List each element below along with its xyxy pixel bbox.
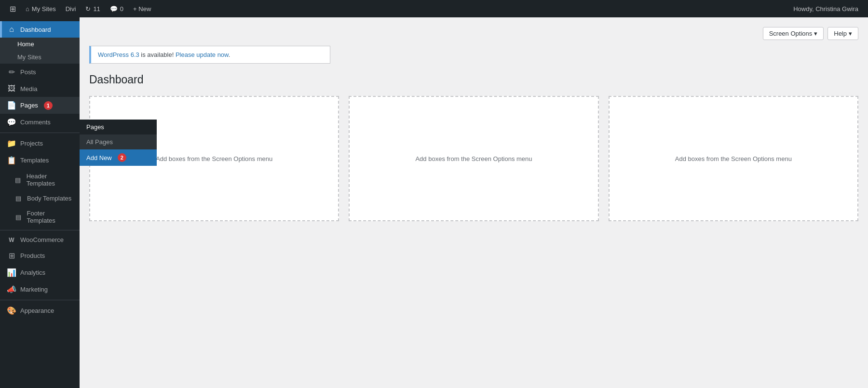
flyout-add-new[interactable]: Add New 2	[80, 149, 157, 166]
add-new-label: Add New	[86, 154, 112, 161]
sidebar-item-templates[interactable]: 📋 Templates	[0, 152, 80, 169]
my-sites-label: My Sites	[32, 5, 56, 13]
pages-label: Pages	[20, 102, 38, 109]
media-label: Media	[20, 85, 37, 93]
appearance-icon: 🎨	[7, 306, 16, 315]
sidebar: ⌂ Dashboard Home My Sites ✏ Posts 🖼 Medi…	[0, 17, 80, 388]
new-button[interactable]: + New	[128, 0, 156, 17]
posts-label: Posts	[20, 68, 36, 76]
analytics-icon: 📊	[7, 268, 16, 277]
sidebar-item-home[interactable]: Home	[0, 38, 80, 51]
new-label: + New	[133, 5, 151, 13]
update-now-link[interactable]: Please update now	[176, 51, 229, 58]
main-content: Screen Options ▾ Help ▾ WordPress 6.3 is…	[80, 17, 868, 388]
header-templates-icon: ▤	[14, 176, 23, 184]
pages-flyout-menu: Pages All Pages Add New 2	[80, 120, 157, 166]
home-icon: ⌂	[26, 5, 29, 13]
comment-icon: 💬	[110, 5, 118, 13]
pages-icon: 📄	[7, 101, 16, 110]
top-toolbar: Screen Options ▾ Help ▾	[89, 27, 858, 40]
sidebar-item-my-sites[interactable]: My Sites	[0, 51, 80, 64]
templates-label: Templates	[20, 157, 49, 164]
sidebar-item-appearance[interactable]: 🎨 Appearance	[0, 302, 80, 319]
marketing-label: Marketing	[20, 286, 48, 293]
sidebar-item-posts[interactable]: ✏ Posts	[0, 64, 80, 80]
user-greeting[interactable]: Howdy, Christina Gwira	[788, 0, 863, 17]
wp-version-link[interactable]: WordPress 6.3	[98, 51, 139, 58]
projects-label: Projects	[20, 140, 43, 147]
body-templates-label: Body Templates	[27, 195, 71, 202]
wp-icon: ⊞	[10, 4, 16, 13]
menu-divider-2	[0, 230, 80, 230]
sidebar-item-dashboard[interactable]: ⌂ Dashboard	[0, 21, 80, 38]
sidebar-item-analytics[interactable]: 📊 Analytics	[0, 264, 80, 281]
flyout-all-pages[interactable]: All Pages	[80, 134, 157, 149]
dashboard-box-2-text: Add boxes from the Screen Options menu	[415, 155, 532, 162]
update-notice: WordPress 6.3 is available! Please updat…	[89, 46, 330, 64]
my-sites-label: My Sites	[17, 54, 41, 61]
dashboard-box-1-text: Add boxes from the Screen Options menu	[156, 155, 272, 162]
home-label: Home	[17, 40, 34, 48]
help-button[interactable]: Help ▾	[827, 27, 858, 40]
sidebar-item-media[interactable]: 🖼 Media	[0, 80, 80, 97]
wp-logo-button[interactable]: ⊞	[5, 0, 21, 17]
woocommerce-label: WooCommerce	[20, 236, 64, 243]
dashboard-box-3: Add boxes from the Screen Options menu	[609, 96, 858, 221]
my-sites-button[interactable]: ⌂ My Sites	[21, 0, 61, 17]
menu-divider-3	[0, 300, 80, 300]
projects-icon: 📁	[7, 139, 16, 148]
sidebar-item-footer-templates[interactable]: ▤ Footer Templates	[0, 206, 80, 228]
sidebar-item-projects[interactable]: 📁 Projects	[0, 135, 80, 152]
products-icon: ⊞	[7, 251, 16, 260]
help-label: Help	[834, 30, 847, 37]
dashboard-box-2: Add boxes from the Screen Options menu	[349, 96, 598, 221]
header-templates-label: Header Templates	[27, 173, 74, 187]
pages-badge: 1	[44, 101, 53, 110]
sidebar-item-products[interactable]: ⊞ Products	[0, 247, 80, 264]
comments-icon: 💬	[7, 118, 16, 127]
footer-templates-label: Footer Templates	[27, 210, 74, 224]
screen-options-label: Screen Options	[769, 30, 813, 37]
flyout-title: Pages	[80, 120, 157, 134]
body-templates-icon: ▤	[14, 195, 23, 202]
marketing-icon: 📣	[7, 285, 16, 294]
sidebar-item-marketing[interactable]: 📣 Marketing	[0, 281, 80, 298]
analytics-label: Analytics	[20, 269, 45, 276]
menu-divider-1	[0, 133, 80, 133]
page-title: Dashboard	[89, 73, 858, 86]
sidebar-item-pages[interactable]: 📄 Pages 1	[0, 97, 80, 114]
comments-button[interactable]: 💬 0	[105, 0, 128, 17]
dashboard-icon: ⌂	[7, 25, 16, 34]
sidebar-item-woocommerce[interactable]: W WooCommerce	[0, 232, 80, 247]
footer-templates-icon: ▤	[14, 214, 23, 221]
content-wrap: Screen Options ▾ Help ▾ WordPress 6.3 is…	[89, 27, 858, 221]
templates-icon: 📋	[7, 156, 16, 165]
notice-end: .	[229, 51, 231, 58]
appearance-label: Appearance	[20, 307, 54, 314]
comments-count: 0	[120, 5, 123, 13]
sidebar-item-body-templates[interactable]: ▤ Body Templates	[0, 191, 80, 206]
dashboard-box-3-text: Add boxes from the Screen Options menu	[675, 155, 792, 162]
screen-options-arrow-icon: ▾	[814, 30, 817, 37]
sidebar-item-header-templates[interactable]: ▤ Header Templates	[0, 169, 80, 191]
dashboard-columns: Add boxes from the Screen Options menu A…	[89, 96, 858, 221]
woocommerce-icon: W	[7, 237, 16, 243]
dashboard-label: Dashboard	[20, 26, 51, 33]
sidebar-item-comments[interactable]: 💬 Comments	[0, 114, 80, 131]
howdy-text: Howdy, Christina Gwira	[793, 5, 858, 13]
admin-bar: ⊞ ⌂ My Sites Divi ↻ 11 💬 0 + New Howdy, …	[0, 0, 868, 17]
add-new-badge: 2	[118, 153, 126, 162]
divi-label: Divi	[66, 5, 76, 13]
posts-icon: ✏	[7, 67, 16, 77]
help-arrow-icon: ▾	[849, 30, 852, 37]
updates-button[interactable]: ↻ 11	[81, 0, 105, 17]
screen-options-button[interactable]: Screen Options ▾	[763, 27, 824, 40]
notice-message-text: is available!	[139, 51, 176, 58]
comments-label: Comments	[20, 119, 51, 126]
divi-button[interactable]: Divi	[61, 0, 81, 17]
update-count: 11	[93, 5, 100, 13]
refresh-icon: ↻	[85, 5, 91, 13]
media-icon: 🖼	[7, 84, 16, 93]
products-label: Products	[20, 252, 45, 259]
all-pages-label: All Pages	[86, 138, 113, 146]
